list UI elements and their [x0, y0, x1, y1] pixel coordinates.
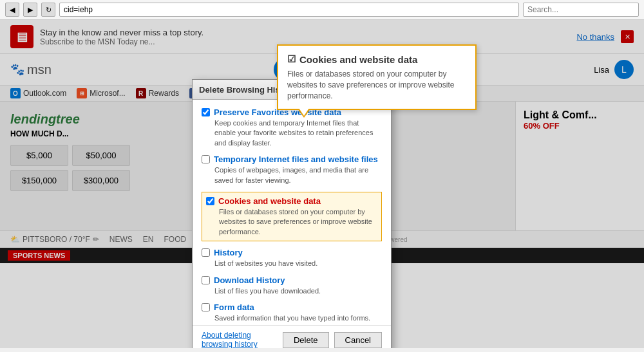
forward-button[interactable]: ▶ — [23, 3, 37, 17]
dialog-item-header-4: History — [202, 248, 382, 257]
download-history-label[interactable]: Download History — [214, 275, 285, 285]
delete-browsing-history-dialog: Delete Browsing History ✕ Preserve Favor… — [192, 79, 392, 348]
about-deleting-link[interactable]: About deleting browsing history — [202, 331, 283, 348]
search-input[interactable] — [523, 3, 639, 17]
download-history-desc: List of files you have downloaded. — [214, 286, 382, 296]
dialog-footer: About deleting browsing history Delete C… — [193, 325, 391, 348]
tooltip-title: ☑ Cookies and website data — [287, 53, 466, 65]
temp-files-label[interactable]: Temporary Internet files and website fil… — [214, 154, 378, 164]
dialog-body: Preserve Favorites website data Keep coo… — [193, 100, 391, 325]
cookies-checkbox[interactable] — [206, 197, 214, 205]
history-checkbox[interactable] — [202, 248, 210, 257]
address-input[interactable] — [59, 3, 519, 17]
dialog-buttons: Delete Cancel — [283, 332, 382, 348]
history-label[interactable]: History — [214, 248, 243, 257]
download-history-checkbox[interactable] — [202, 276, 210, 284]
cookies-label[interactable]: Cookies and website data — [218, 196, 321, 206]
tooltip-popup: ☑ Cookies and website data Files or data… — [277, 44, 477, 110]
dialog-item-header-6: Form data — [202, 302, 382, 312]
form-data-label[interactable]: Form data — [214, 302, 254, 312]
dialog-item-download-history: Download History List of files you have … — [202, 275, 382, 296]
form-data-checkbox[interactable] — [202, 303, 210, 311]
cancel-button[interactable]: Cancel — [334, 332, 382, 348]
dialog-item-preserve-favorites: Preserve Favorites website data Keep coo… — [202, 107, 382, 148]
dialog-item-cookies: Cookies and website data Files or databa… — [202, 192, 382, 241]
temp-files-checkbox[interactable] — [202, 155, 210, 163]
page-background: ▤ Stay in the know and never miss a top … — [0, 20, 644, 348]
dialog-item-header-3: Cookies and website data — [206, 196, 377, 206]
dialog-item-form-data: Form data Saved information that you hav… — [202, 302, 382, 323]
tooltip-title-text: Cookies and website data — [299, 54, 417, 65]
dialog-item-header-2: Temporary Internet files and website fil… — [202, 154, 382, 164]
history-desc: List of websites you have visited. — [214, 259, 382, 268]
cookies-desc: Files or databases stored on your comput… — [219, 207, 377, 237]
dialog-item-temp-files: Temporary Internet files and website fil… — [202, 154, 382, 185]
tooltip-check-icon: ☑ — [287, 53, 296, 65]
refresh-button[interactable]: ↻ — [41, 3, 55, 17]
form-data-desc: Saved information that you have typed in… — [214, 313, 382, 323]
dialog-item-header-5: Download History — [202, 275, 382, 285]
address-bar: ◀ ▶ ↻ — [0, 0, 644, 20]
back-button[interactable]: ◀ — [5, 3, 19, 17]
preserve-favorites-desc: Keep cookies and temporary Internet file… — [214, 118, 382, 148]
dialog-item-history: History List of websites you have visite… — [202, 248, 382, 268]
preserve-favorites-checkbox[interactable] — [202, 108, 210, 116]
tooltip-text: Files or databases stored on your comput… — [287, 69, 466, 101]
temp-files-desc: Copies of webpages, images, and media th… — [214, 165, 382, 185]
delete-button[interactable]: Delete — [283, 332, 329, 348]
tooltip-arrow-inner — [299, 108, 309, 116]
